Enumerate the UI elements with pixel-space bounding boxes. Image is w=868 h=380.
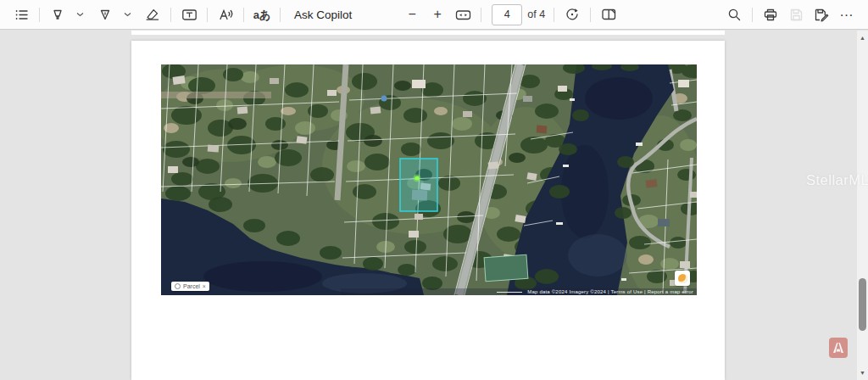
scrollbar-thumb[interactable] [859,278,866,331]
ask-copilot-button[interactable]: Ask Copilot [287,3,359,26]
read-aloud-button[interactable] [214,3,236,26]
save-button[interactable] [785,3,807,26]
table-of-contents-button[interactable] [10,3,32,26]
print-button[interactable] [760,3,782,26]
previous-page-bottom-edge [131,31,725,35]
toolbar-divider [280,8,281,22]
scroll-down-arrow-icon[interactable]: ▼ [857,367,868,378]
rotate-button[interactable] [561,3,583,26]
draw-button[interactable] [94,3,116,26]
adobe-acrobat-icon [832,342,844,354]
draw-dropdown-button[interactable] [116,3,138,26]
toolbar-divider [39,8,40,22]
chevron-down-icon [76,12,84,17]
parcel-layer-chip: Parcel × [171,282,209,291]
sports-court [484,254,528,281]
minus-icon: − [409,8,416,21]
toolbar-left-group: aあ Ask Copilot [8,3,360,26]
add-text-icon [181,8,198,22]
parcel-marker-dot [415,176,420,181]
parcel-aerial-map-image: Parcel × Map data ©2024 Imagery ©2024 | … [161,64,697,295]
pdf-page: Parcel × Map data ©2024 Imagery ©2024 | … [131,41,725,380]
toolbar-right-group: … [721,3,860,26]
pegman-circle-icon [678,274,687,283]
parcel-chip-label: Parcel [183,283,200,289]
map-control-button [675,271,690,286]
toolbar-divider [752,8,753,22]
translate-button[interactable]: aあ [251,3,273,26]
toolbar-divider [590,8,591,22]
highlighted-parcel [400,159,437,211]
save-as-button[interactable] [810,3,832,26]
find-button[interactable] [723,3,745,26]
save-icon [789,8,804,22]
pen-icon [97,8,113,22]
chip-close-icon: × [203,283,206,289]
page-view-icon [601,8,617,21]
search-icon [727,8,742,22]
vertical-scrollbar[interactable]: ▲ ▼ [857,31,868,380]
pool [381,96,387,102]
eraser-icon [145,7,160,22]
fit-to-width-button[interactable] [452,3,474,26]
page-view-button[interactable] [598,3,620,26]
translate-icon: aあ [253,9,271,20]
toolbar-divider [207,8,208,22]
more-options-button[interactable]: … [836,3,858,26]
toolbar-divider [481,8,481,22]
scroll-up-arrow-icon[interactable]: ▲ [857,32,868,43]
toolbar-divider [554,8,554,22]
highlight-button[interactable] [47,3,69,26]
chevron-down-icon [124,12,131,17]
adobe-acrobat-button[interactable] [829,338,848,358]
add-text-button[interactable] [178,3,200,26]
zoom-in-button[interactable]: + [426,3,448,26]
plus-icon: + [434,8,442,21]
toolbar-divider [170,8,171,22]
map-attribution-text: Map data ©2024 Imagery ©2024 | Terms of … [527,289,693,294]
table-of-contents-icon [14,8,29,22]
pdf-toolbar: aあ Ask Copilot − + of 4 [0,0,868,30]
ask-copilot-label: Ask Copilot [294,8,352,21]
highlight-dropdown-button[interactable] [69,3,91,26]
page-number-input[interactable] [492,4,522,25]
rotate-icon [565,7,580,22]
erase-button[interactable] [142,3,164,26]
page-total-label: of 4 [527,8,545,20]
fit-to-width-icon [455,8,471,21]
zoom-out-button[interactable]: − [401,3,423,26]
save-as-icon [814,8,829,22]
read-aloud-icon [218,8,234,22]
toolbar-center-group: − + of 4 [399,3,621,26]
satellite-map-graphic [161,64,697,295]
map-attribution-bar: Map data ©2024 Imagery ©2024 | Terms of … [341,288,697,295]
map-scale-bar [497,292,522,293]
layer-ring-icon [175,283,181,289]
toolbar-divider [243,8,244,22]
print-icon [763,8,778,22]
highlighter-icon [50,8,65,22]
